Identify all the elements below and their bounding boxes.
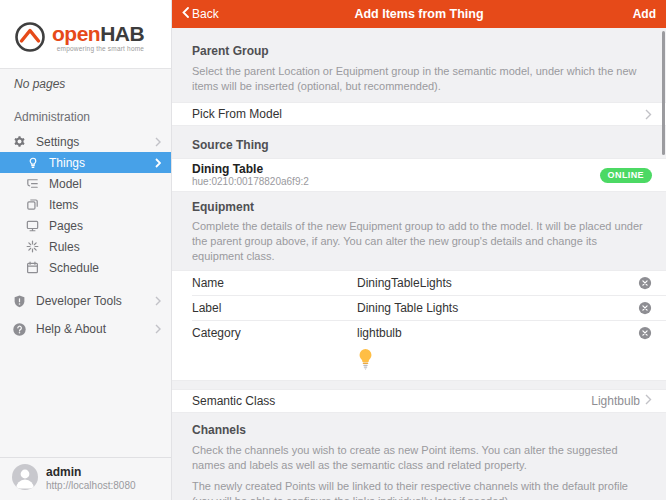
chevron-right-icon: [155, 158, 161, 168]
semantic-class-row[interactable]: Semantic Class Lightbulb: [172, 389, 666, 413]
lightbulb-icon: [25, 155, 40, 170]
page-title: Add Items from Thing: [172, 7, 666, 21]
sidebar: openHAB empowering the smart home No pag…: [0, 0, 172, 500]
server-url: http://localhost:8080: [46, 480, 136, 493]
category-preview: [172, 345, 666, 380]
sidebar-item-help-about[interactable]: Help & About: [0, 317, 171, 341]
parent-group-description: Select the parent Location or Equipment …: [192, 64, 646, 94]
chevron-right-icon: [645, 394, 652, 408]
channels-description-2: The newly created Points will be linked …: [192, 479, 646, 500]
navbar: Back Add Items from Thing Add: [172, 0, 666, 28]
semantic-class-label: Semantic Class: [192, 394, 275, 408]
source-thing-title: Source Thing: [192, 138, 646, 152]
clear-icon[interactable]: [638, 276, 652, 290]
calendar-icon: [25, 260, 40, 275]
sidebar-item-schedule[interactable]: Schedule: [0, 257, 171, 278]
channels-title: Channels: [192, 423, 646, 437]
equipment-description: Complete the details of the new Equipmen…: [192, 219, 646, 264]
display-icon: [25, 218, 40, 233]
no-pages-label: No pages: [0, 68, 171, 98]
category-field-row[interactable]: Category lightbulb: [172, 321, 666, 345]
category-field-value[interactable]: lightbulb: [357, 326, 638, 340]
pick-from-model-label: Pick From Model: [192, 107, 282, 121]
sparkle-icon: [25, 239, 40, 254]
sidebar-item-label: Developer Tools: [36, 294, 122, 308]
scrollbar[interactable]: [662, 31, 665, 155]
sidebar-item-things[interactable]: Things: [0, 152, 171, 173]
label-field-row[interactable]: Label Dining Table Lights: [172, 296, 666, 320]
status-badge: ONLINE: [600, 168, 652, 183]
sidebar-item-rules[interactable]: Rules: [0, 236, 171, 257]
logo-open: open: [52, 22, 100, 45]
label-field-label: Label: [192, 301, 357, 315]
question-icon: [12, 322, 27, 337]
equipment-form: Name DiningTableLights Label Dining Tabl…: [172, 270, 666, 381]
label-field-value[interactable]: Dining Table Lights: [357, 301, 638, 315]
equipment-title: Equipment: [192, 200, 646, 214]
sidebar-item-label: Pages: [49, 219, 83, 233]
shield-icon: [12, 294, 27, 309]
clear-icon[interactable]: [638, 301, 652, 315]
lightbulb-icon: [357, 357, 374, 374]
admin-section-label: Administration: [0, 104, 171, 131]
content-scroll-area: Parent Group Select the parent Location …: [172, 28, 666, 500]
sidebar-item-label: Rules: [49, 240, 80, 254]
chevron-right-icon: [155, 324, 161, 334]
sidebar-item-settings[interactable]: Settings: [0, 131, 171, 152]
source-thing-row[interactable]: Dining Table hue:0210:00178820a6f9:2 ONL…: [172, 158, 666, 192]
sidebar-item-label: Help & About: [36, 322, 106, 336]
name-field-row[interactable]: Name DiningTableLights: [172, 271, 666, 295]
thing-name: Dining Table: [192, 162, 309, 176]
parent-group-title: Parent Group: [192, 44, 646, 58]
back-label: Back: [192, 7, 219, 21]
openhab-house-icon: [12, 18, 48, 58]
admin-menu: Administration Settings Things Model: [0, 98, 171, 278]
openhab-wordmark: openHAB empowering the smart home: [52, 18, 144, 53]
thing-uid: hue:0210:00178820a6f9:2: [192, 176, 309, 188]
channels-description-1: Check the channels you wish to create as…: [192, 443, 646, 473]
category-field-label: Category: [192, 326, 357, 340]
chevron-right-icon: [155, 296, 161, 306]
copy-icon: [25, 197, 40, 212]
chevron-right-icon: [645, 109, 652, 120]
clear-icon[interactable]: [638, 326, 652, 340]
name-field-value[interactable]: DiningTableLights: [357, 276, 638, 290]
sidebar-item-items[interactable]: Items: [0, 194, 171, 215]
pick-from-model-button[interactable]: Pick From Model: [172, 102, 666, 126]
tools-menu: Developer Tools Help & About: [0, 289, 171, 345]
sidebar-item-label: Items: [49, 198, 78, 212]
model-tree-icon: [25, 176, 40, 191]
chevron-left-icon: [182, 7, 189, 21]
user-name: admin: [46, 465, 136, 480]
sidebar-item-label: Model: [49, 177, 82, 191]
sidebar-item-developer-tools[interactable]: Developer Tools: [0, 289, 171, 313]
user-account[interactable]: admin http://localhost:8080: [0, 457, 171, 500]
chevron-right-icon: [155, 137, 161, 147]
gear-icon: [12, 134, 27, 149]
sidebar-item-model[interactable]: Model: [0, 173, 171, 194]
sidebar-item-label: Things: [49, 156, 85, 170]
add-button[interactable]: Add: [633, 7, 656, 21]
back-button[interactable]: Back: [182, 7, 219, 21]
name-field-label: Name: [192, 276, 357, 290]
logo-hab: HAB: [100, 22, 144, 45]
main-panel: Back Add Items from Thing Add Parent Gro…: [172, 0, 666, 500]
semantic-class-value: Lightbulb: [591, 394, 640, 408]
logo-tagline: empowering the smart home: [52, 46, 144, 53]
sidebar-item-label: Schedule: [49, 261, 99, 275]
avatar: [12, 464, 38, 494]
openhab-logo: openHAB empowering the smart home: [0, 0, 171, 68]
sidebar-item-label: Settings: [36, 135, 79, 149]
sidebar-item-pages[interactable]: Pages: [0, 215, 171, 236]
